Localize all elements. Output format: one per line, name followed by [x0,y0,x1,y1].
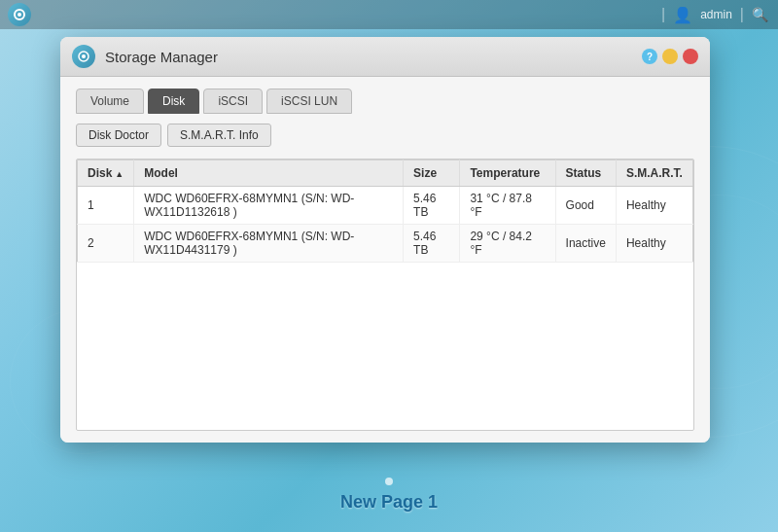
storage-manager-window: Storage Manager ? Volume Disk iSCSI iSCS… [60,37,710,443]
cell-smart: Healthy [616,225,692,263]
cell-size: 5.46 TB [404,225,460,263]
cell-disk: 2 [78,225,134,263]
taskbar-divider-2: | [740,6,744,23]
cell-model: WDC WD60EFRX-68MYMN1 (S/N: WD-WX11D11326… [134,187,404,225]
cell-status: Good [555,187,616,225]
page-indicator-dot [385,478,393,485]
tab-iscsi[interactable]: iSCSI [203,89,263,114]
smart-info-button[interactable]: S.M.A.R.T. Info [167,124,271,147]
cell-disk: 1 [78,187,134,225]
close-button[interactable] [683,49,698,64]
col-header-disk[interactable]: Disk▲ [78,160,134,187]
taskbar: | 👤 admin | 🔍 [0,0,778,29]
disk-doctor-button[interactable]: Disk Doctor [76,124,161,147]
sort-icon-disk: ▲ [115,169,124,179]
col-header-temperature[interactable]: Temperature [460,160,555,187]
minimize-button[interactable] [662,49,678,64]
cell-smart: Healthy [616,187,692,225]
cell-size: 5.46 TB [404,187,460,225]
col-header-size[interactable]: Size [404,160,460,187]
taskbar-username: admin [700,8,732,21]
action-bar: Disk Doctor S.M.A.R.T. Info [76,124,694,147]
taskbar-user-icon: 👤 [673,6,692,24]
window-title: Storage Manager [105,49,632,65]
window-titlebar: Storage Manager ? [60,37,710,77]
window-controls: ? [642,49,698,64]
cell-status: Inactive [555,225,616,263]
cell-model: WDC WD60EFRX-68MYMN1 (S/N: WD-WX11D44311… [134,225,404,263]
disk-table: Disk▲ Model Size Temperature Status S.M.… [77,160,693,263]
svg-point-1 [18,13,21,17]
window-app-icon [72,45,95,68]
col-header-smart[interactable]: S.M.A.R.T. [616,160,692,187]
col-header-model[interactable]: Model [134,160,404,187]
cell-temperature: 31 °C / 87.8 °F [460,187,555,225]
cell-temperature: 29 °C / 84.2 °F [460,225,555,263]
taskbar-app-icon [8,3,31,26]
taskbar-search-icon[interactable]: 🔍 [752,7,768,22]
taskbar-divider: | [661,6,665,23]
tab-iscsi-lun[interactable]: iSCSI LUN [266,89,352,114]
table-header-row: Disk▲ Model Size Temperature Status S.M.… [78,160,693,187]
help-button[interactable]: ? [642,49,657,64]
page-label: New Page 1 [0,492,778,513]
svg-point-3 [82,54,86,58]
tab-disk[interactable]: Disk [148,89,199,114]
tab-bar: Volume Disk iSCSI iSCSI LUN [76,89,694,114]
disk-table-container: Disk▲ Model Size Temperature Status S.M.… [76,159,694,431]
table-row[interactable]: 2WDC WD60EFRX-68MYMN1 (S/N: WD-WX11D4431… [78,225,693,263]
window-body: Volume Disk iSCSI iSCSI LUN Disk Doctor … [60,77,710,443]
tab-volume[interactable]: Volume [76,89,144,114]
table-row[interactable]: 1WDC WD60EFRX-68MYMN1 (S/N: WD-WX11D1132… [78,187,693,225]
col-header-status[interactable]: Status [555,160,616,187]
